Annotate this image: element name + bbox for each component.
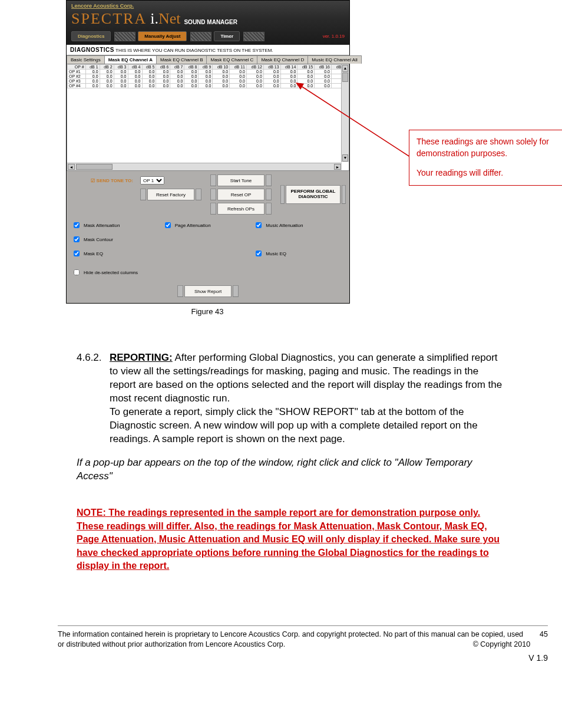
- col-header: dB 15: [297, 65, 315, 70]
- col-header: dB 4: [128, 65, 142, 70]
- cell-value: 0.0: [280, 79, 297, 84]
- cell-value: 0.0: [247, 84, 264, 88]
- cell-value: 0.0: [280, 74, 297, 79]
- scrollbar-horizontal[interactable]: ◄ ►: [67, 163, 342, 170]
- col-header: dB 7: [170, 65, 184, 70]
- checkboxes: Mask Attenuation Page Attenuation Music …: [67, 218, 349, 282]
- grip-icon: [266, 174, 272, 186]
- grip-icon: [266, 189, 272, 200]
- eq-table: OP #dB 1dB 2dB 3dB 4dB 5dB 6dB 7dB 8dB 9…: [67, 64, 349, 88]
- tab-spacer: [114, 32, 135, 41]
- cell-value: 0.0: [100, 70, 114, 74]
- cell-value: 0.0: [85, 84, 100, 88]
- cell-value: 0.0: [247, 70, 264, 74]
- subtab-basic-settings[interactable]: Basic Settings: [67, 55, 105, 64]
- eq-table-area: OP #dB 1dB 2dB 3dB 4dB 5dB 6dB 7dB 8dB 9…: [67, 64, 349, 171]
- scroll-up-icon[interactable]: ▲: [342, 65, 348, 72]
- note-block: NOTE: The readings represented in the sa…: [77, 506, 503, 572]
- paragraph-3-italic: If a pop-up bar appears on the top of th…: [77, 456, 503, 483]
- cell-value: 0.0: [263, 70, 280, 74]
- perform-global-diagnostic-button[interactable]: PERFORM GLOBAL DIAGNOSTIC: [286, 185, 340, 204]
- subtab-mask-eq-c[interactable]: Mask EQ Channel C: [206, 55, 257, 64]
- chk-mask-attenuation[interactable]: Mask Attenuation: [71, 220, 163, 230]
- chk-page-attenuation[interactable]: Page Attenuation: [163, 220, 254, 230]
- cell-value: 0.0: [315, 79, 332, 84]
- diagnostics-bar: DIAGNOSTICS THIS IS WHERE YOU CAN RUN DI…: [67, 45, 349, 55]
- grip-icon: [177, 285, 183, 297]
- chk-mask-eq[interactable]: Mask EQ: [71, 249, 163, 258]
- scroll-right-icon[interactable]: ►: [334, 164, 341, 170]
- cell-value: 0.0: [170, 70, 184, 74]
- tab-manually-adjust[interactable]: Manually Adjust: [138, 31, 187, 41]
- figure-caption: Figure 43: [66, 307, 349, 316]
- chk-hide-deselected[interactable]: Hide de-selected columns: [71, 268, 345, 277]
- chk-music-attenuation[interactable]: Music Attenuation: [253, 220, 345, 230]
- cell-value: 0.0: [263, 74, 280, 79]
- cell-op: OP #4: [68, 84, 86, 88]
- tab-timer[interactable]: Timer: [214, 31, 240, 41]
- grip-icon: [210, 174, 216, 186]
- col-header: dB 12: [247, 65, 264, 70]
- cell-value: 0.0: [128, 74, 142, 79]
- cell-value: 0.0: [230, 74, 247, 79]
- sub-tabs: Basic Settings Mask EQ Channel A Mask EQ…: [67, 55, 349, 64]
- cell-value: 0.0: [100, 79, 114, 84]
- table-row: OP #40.00.00.00.00.00.00.00.00.00.00.00.…: [68, 84, 349, 88]
- cell-value: 0.0: [247, 79, 264, 84]
- section-title: REPORTING:: [110, 352, 173, 363]
- scroll-thumb[interactable]: [76, 164, 113, 170]
- diagnostics-subtitle: THIS IS WHERE YOU CAN RUN DIAGNOSTIC TES…: [115, 48, 273, 53]
- show-report-button[interactable]: Show Report: [184, 285, 232, 297]
- cell-value: 0.0: [230, 84, 247, 88]
- chk-music-eq[interactable]: Music EQ: [253, 249, 345, 258]
- cell-op: OP #2: [68, 74, 86, 79]
- subtab-mask-eq-a[interactable]: Mask EQ Channel A: [104, 55, 157, 64]
- cell-value: 0.0: [142, 79, 156, 84]
- subtab-mask-eq-d[interactable]: Mask EQ Channel D: [257, 55, 308, 64]
- tab-spacer: [190, 32, 211, 41]
- scroll-left-icon[interactable]: ◄: [68, 164, 75, 170]
- refresh-ops-button[interactable]: Refresh OPs: [217, 203, 265, 215]
- scrollbar-vertical[interactable]: ▲ ▼: [341, 64, 349, 162]
- logo-spectra: SPECTRA: [71, 10, 147, 28]
- subtab-music-eq-all[interactable]: Music EQ Channel All: [308, 55, 361, 64]
- cell-value: 0.0: [199, 74, 213, 79]
- footer-text: The information contained herein is prop…: [58, 630, 530, 650]
- cell-value: 0.0: [297, 74, 315, 79]
- col-op: OP #: [68, 65, 86, 70]
- cell-value: 0.0: [230, 70, 247, 74]
- col-header: dB 1: [85, 65, 100, 70]
- op-select[interactable]: OP 1: [140, 176, 164, 185]
- col-header: dB 2: [100, 65, 114, 70]
- grip-icon: [280, 185, 285, 204]
- logo-sound-manager: SOUND MANAGER: [184, 19, 237, 25]
- cell-value: 0.0: [184, 84, 199, 88]
- tab-diagnostics[interactable]: Diagnostics: [71, 31, 111, 41]
- reset-factory-button[interactable]: Reset Factory: [147, 189, 194, 200]
- col-header: dB 9: [199, 65, 213, 70]
- cell-value: 0.0: [213, 84, 230, 88]
- section-number: 4.6.2.: [77, 351, 110, 406]
- cell-value: 0.0: [199, 70, 213, 74]
- page-footer: The information contained herein is prop…: [58, 625, 548, 650]
- cell-value: 0.0: [199, 84, 213, 88]
- start-tone-button[interactable]: Start Tone: [217, 174, 265, 186]
- chk-mask-contour[interactable]: Mask Contour: [71, 235, 163, 244]
- cell-value: 0.0: [315, 84, 332, 88]
- cell-value: 0.0: [114, 84, 128, 88]
- cell-value: 0.0: [128, 84, 142, 88]
- subtab-mask-eq-b[interactable]: Mask EQ Channel B: [156, 55, 207, 64]
- cell-value: 0.0: [100, 74, 114, 79]
- cell-value: 0.0: [100, 84, 114, 88]
- cell-value: 0.0: [199, 79, 213, 84]
- scroll-down-icon[interactable]: ▼: [342, 154, 348, 162]
- cell-value: 0.0: [142, 84, 156, 88]
- col-header: dB 6: [156, 65, 170, 70]
- company-name: Lencore Acoustics Corp.: [71, 3, 345, 9]
- table-row: OP #30.00.00.00.00.00.00.00.00.00.00.00.…: [68, 79, 349, 84]
- tab-spacer: [243, 32, 265, 41]
- col-header: dB 11: [230, 65, 247, 70]
- cell-value: 0.0: [170, 74, 184, 79]
- reset-op-button[interactable]: Reset OP: [217, 189, 265, 200]
- scroll-thumb[interactable]: [342, 73, 348, 82]
